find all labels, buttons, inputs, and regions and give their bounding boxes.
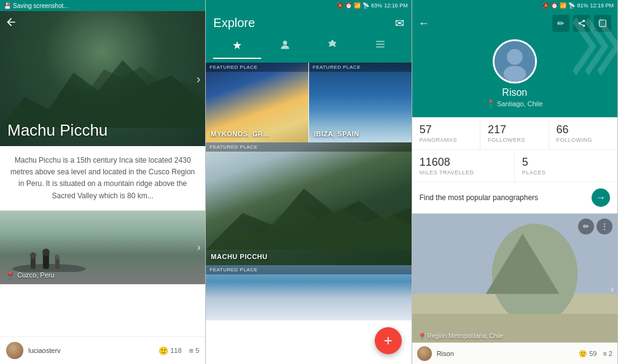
likes-stat-p1: 🙂 118 xyxy=(158,346,181,355)
svg-point-23 xyxy=(503,66,526,82)
back-button-p3[interactable]: ← xyxy=(418,17,429,30)
popular-row: Find the most popular panographers → xyxy=(412,182,617,214)
explore-grid: FEATURED PLACE MYKONOS, GR... FEATURED P… xyxy=(206,63,411,364)
svg-point-8 xyxy=(55,255,60,260)
photo-location-pin: 📍 xyxy=(418,333,426,339)
card-row-1: FEATURED PLACE MYKONOS, GR... FEATURED P… xyxy=(206,63,411,142)
comment-icon: ≡ xyxy=(189,346,194,355)
mail-icon[interactable]: ✉ xyxy=(395,17,404,30)
profile-stats-bottom: 11608 MILES TRAVELLED 5 PLACES xyxy=(412,150,617,182)
comments-stat-p1: ≡ 5 xyxy=(189,346,200,355)
people-silhouette xyxy=(0,247,205,272)
photo-location: 📍 Región Metropolitana, Chile xyxy=(418,333,503,339)
mountain-silhouette xyxy=(0,42,205,128)
card-ibiza[interactable]: FEATURED PLACE IBIZA, SPAIN xyxy=(309,63,412,142)
status-bar-p1: 💾 Saving screenshot... xyxy=(0,0,205,11)
followers-label: FOLLOWERS xyxy=(488,137,541,143)
thumbnail-image-p1[interactable]: 📍 Cuzco, Peru › xyxy=(0,211,205,284)
places-label: PLACES xyxy=(522,169,610,176)
svg-rect-11 xyxy=(376,44,385,45)
signal-icon-p3: 📡 xyxy=(568,2,575,9)
stat-panoramas: 57 PANORAMAS xyxy=(412,117,480,149)
status-left-p1: 💾 Saving screenshot... xyxy=(4,2,69,9)
profile-location-text: Santiago, Chile xyxy=(497,100,543,107)
mute-icon-p3: 🔕 xyxy=(542,2,549,9)
back-button-p1[interactable] xyxy=(5,16,17,31)
card-title-machu: MACHU PICCHU xyxy=(211,253,267,260)
svg-rect-10 xyxy=(376,41,385,42)
card-machu-picchu[interactable]: FEATURED PLACE MACHU PICCHU xyxy=(206,142,411,265)
thumbnail-section-p1: 📍 Cuzco, Peru › xyxy=(0,211,205,336)
explore-tabs: ★ xyxy=(213,35,404,59)
card-mykonos[interactable]: FEATURED PLACE MYKONOS, GR... xyxy=(206,63,308,142)
photo-bg-p3 xyxy=(412,214,617,364)
status-bar-p3: 🔕 ⏰ 📶 📡 81% 12:19 PM xyxy=(412,0,617,11)
photo-card-p3: ✏ ⋮ › 📍 Región Metropolitana, Chile Riso… xyxy=(412,214,617,364)
profile-avatar xyxy=(493,39,537,83)
explore-header: Explore ✉ ★ xyxy=(206,11,411,63)
photo-edit-btn[interactable]: ✏ xyxy=(578,219,594,234)
tab-people[interactable] xyxy=(261,35,309,59)
photo-avatar xyxy=(417,346,432,361)
profile-stats-top: 57 PANORAMAS 217 FOLLOWERS 66 FOLLOWING xyxy=(412,117,617,150)
panel-explore: 🔕 ⏰ 📶 📡 83% 12:16 PM Explore ✉ ★ xyxy=(206,0,412,364)
svg-point-9 xyxy=(283,41,287,45)
edit-button-p3[interactable]: ✏ xyxy=(552,15,569,32)
followers-num: 217 xyxy=(488,123,541,136)
comments-count-p1: 5 xyxy=(195,347,199,354)
fab-add-button[interactable]: + xyxy=(375,327,402,354)
svg-rect-12 xyxy=(376,47,385,48)
explore-header-top: Explore ✉ xyxy=(213,16,404,30)
likes-count-p1: 118 xyxy=(170,347,181,354)
thumbnail-forward-icon[interactable]: › xyxy=(197,242,200,253)
following-num: 66 xyxy=(557,123,610,136)
popular-arrow-button[interactable]: → xyxy=(592,188,610,207)
mute-icon: 🔕 xyxy=(337,2,343,9)
card-label-ibiza: FEATURED PLACE xyxy=(309,63,412,72)
panel-profile: 🔕 ⏰ 📶 📡 81% 12:19 PM ← ✏ xyxy=(412,0,618,364)
battery-text-p2: 83% xyxy=(371,2,382,9)
tab-badge[interactable] xyxy=(308,35,356,59)
hero-title-p1: Machu Picchu xyxy=(7,121,108,140)
miles-label: MILES TRAVELLED xyxy=(420,169,507,176)
profile-header: ← ✏ Rison 📍 xyxy=(412,11,617,117)
alarm-icon: ⏰ xyxy=(345,2,352,9)
photo-likes: 🙂 59 xyxy=(579,350,596,358)
card-label-mykonos: FEATURED PLACE xyxy=(206,63,308,72)
tab-list[interactable] xyxy=(356,35,404,59)
profile-location: 📍 Santiago, Chile xyxy=(487,99,543,107)
photo-more-btn[interactable]: ⋮ xyxy=(596,219,612,234)
smile-icon: 🙂 xyxy=(158,346,168,355)
location-pin-icon-p3: 📍 xyxy=(487,99,495,107)
location-p1: 📍 Cuzco, Peru xyxy=(6,271,55,279)
machu-mountain-svg xyxy=(206,176,411,250)
card-label-machu: FEATURED PLACE xyxy=(206,142,411,152)
username-p1[interactable]: luciaosterv xyxy=(28,347,154,354)
panoramas-label: PANORAMAS xyxy=(420,137,472,143)
card-featured-bottom[interactable]: FEATURED PLACE xyxy=(206,265,411,320)
alarm-icon-p3: ⏰ xyxy=(551,2,558,9)
wifi-icon: 📶 xyxy=(354,2,361,9)
profile-username: Rison xyxy=(502,87,527,98)
photo-comment-icon: ≡ xyxy=(603,350,606,357)
status-right-p2: 🔕 ⏰ 📶 📡 83% 12:16 PM xyxy=(337,2,408,9)
svg-point-22 xyxy=(507,49,523,65)
avatar-p1 xyxy=(6,342,23,359)
forward-button-p1[interactable]: › xyxy=(197,72,201,86)
svg-point-6 xyxy=(42,249,50,256)
stat-followers: 217 FOLLOWERS xyxy=(480,117,549,149)
signal-icon: 📡 xyxy=(362,2,369,9)
stat-following: 66 FOLLOWING xyxy=(549,117,617,149)
location-text-p1: Cuzco, Peru xyxy=(17,271,55,279)
photo-username: Rison xyxy=(437,350,574,357)
hero-image-p1: › Machu Picchu xyxy=(0,11,205,146)
photo-stats: 🙂 59 ≡ 2 xyxy=(579,350,612,358)
status-bar-p2: 🔕 ⏰ 📶 📡 83% 12:16 PM xyxy=(206,0,411,11)
status-saving-text: Saving screenshot... xyxy=(13,2,69,9)
panel-machu-picchu: 💾 Saving screenshot... › Machu Picchu Ma… xyxy=(0,0,206,364)
card-row-3: FEATURED PLACE xyxy=(206,265,411,320)
tab-featured[interactable]: ★ xyxy=(213,35,261,59)
photo-forward-icon[interactable]: › xyxy=(611,284,614,295)
photo-location-text: Región Metropolitana, Chile xyxy=(428,333,503,339)
explore-title: Explore xyxy=(213,16,255,30)
